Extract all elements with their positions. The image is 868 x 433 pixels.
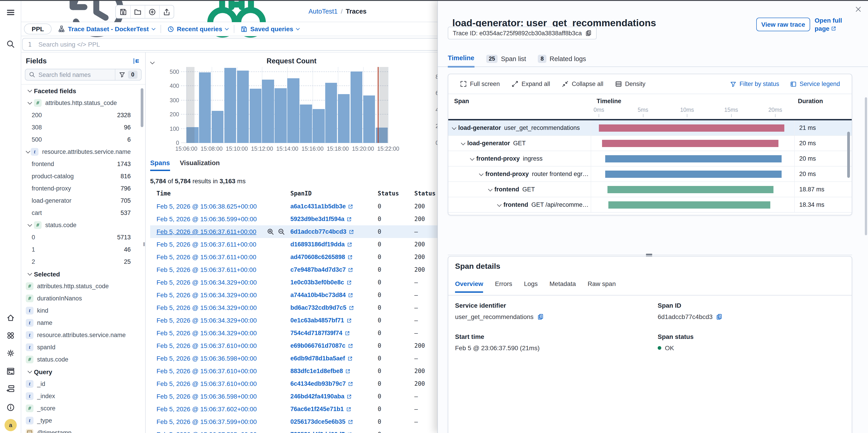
field-list-row[interactable]: 500 6 [21, 133, 145, 146]
external-link-icon[interactable] [347, 254, 353, 260]
chart-bar[interactable] [300, 104, 312, 143]
external-link-icon[interactable] [348, 381, 353, 386]
field-list-row[interactable]: frontend-proxy 796 [21, 182, 145, 194]
field-search-input[interactable]: Search field names [38, 71, 115, 78]
field-list-row[interactable]: t _id [21, 378, 145, 390]
breadcrumb-app[interactable]: AutoTest1 [308, 8, 338, 15]
span-id-link[interactable]: 723531d4f9dd66d7 [290, 431, 352, 433]
span-time-link[interactable]: Feb 5, 2026 @ 15:06:37.602+00:00 [156, 405, 257, 413]
span-details-tab[interactable]: Raw span [588, 280, 616, 293]
span-time-link[interactable]: Feb 5, 2026 @ 15:06:34.329+00:00 [156, 304, 257, 311]
field-list-row[interactable]: Faceted fields [21, 85, 145, 97]
span-details-tab[interactable]: Overview [455, 280, 483, 293]
span-table-row[interactable]: Feb 5, 2026 @ 15:06:34.329+00:00 0e1c63a… [150, 314, 471, 327]
span-duration-bar[interactable] [607, 186, 774, 193]
col-header-spanid[interactable]: SpanID [290, 190, 312, 197]
save-button[interactable] [116, 5, 130, 18]
chart-bar[interactable] [262, 80, 274, 143]
field-list-row[interactable]: 2 25 [21, 256, 145, 268]
span-table-row[interactable]: Feb 5, 2026 @ 15:06:34.329+00:00 754c4d7… [150, 327, 471, 339]
chart-bar[interactable] [287, 78, 299, 143]
span-duration-bar[interactable] [599, 124, 784, 132]
field-list-row[interactable]: 200 2328 [21, 109, 145, 121]
timeline-span-row[interactable]: frontend-proxyrouter frontend egr… 20 ms [448, 166, 852, 182]
dataset-selector[interactable]: Trace Dataset - DockerTest [58, 25, 154, 33]
field-list-row[interactable]: 308 96 [21, 121, 145, 133]
span-duration-bar[interactable] [605, 171, 781, 178]
field-list-row[interactable]: Query [21, 366, 145, 378]
span-time-link[interactable]: Feb 5, 2026 @ 15:06:34.329+00:00 [156, 279, 257, 286]
service-legend-button[interactable]: Service legend [790, 81, 840, 87]
timeline-span-row[interactable]: load-generatoruser_get_recommendations 2… [448, 120, 852, 136]
span-time-link[interactable]: Feb 5, 2026 @ 15:06:37.611+00:00 [156, 228, 256, 235]
zoom-in-icon[interactable] [267, 228, 274, 235]
chevron-down-icon[interactable] [452, 125, 456, 130]
span-table-row[interactable]: Feb 5, 2026 @ 15:06:34.329+00:00 bd6ac73… [150, 301, 471, 314]
span-table-row[interactable]: Feb 5, 2026 @ 15:06:37.610+00:00 e69b066… [150, 339, 471, 352]
field-list-row[interactable]: t kind [21, 305, 145, 317]
field-list-row[interactable]: t resource.attributes.service.name [21, 146, 145, 158]
copy-icon[interactable] [716, 314, 722, 320]
view-raw-trace-button[interactable]: View raw trace [756, 18, 810, 31]
chevron-down-icon[interactable] [461, 141, 465, 145]
results-tab[interactable]: Visualization [180, 159, 220, 171]
chevron-down-icon[interactable] [479, 172, 484, 176]
span-table-row[interactable]: Feb 5, 2026 @ 15:06:37.611+00:00 d168931… [150, 238, 471, 251]
field-list-row[interactable]: 1 46 [21, 243, 145, 256]
span-table-row[interactable]: Feb 5, 2026 @ 15:06:36.598+00:00 e6db9d7… [150, 352, 471, 365]
share-button[interactable] [159, 5, 174, 18]
span-table-row[interactable]: Feb 5, 2026 @ 15:06:37.611+00:00 c7e9487… [150, 263, 471, 276]
chart-bar[interactable] [212, 111, 224, 143]
external-link-icon[interactable] [348, 292, 353, 298]
external-link-icon[interactable] [349, 229, 354, 235]
span-id-link[interactable]: e6db9d78d1ba5aef [290, 355, 353, 362]
timeline-scrollbar[interactable] [847, 132, 850, 178]
field-list-row[interactable]: # status.code [21, 219, 145, 231]
field-list-row[interactable]: frontend 1743 [21, 158, 145, 170]
span-id-link[interactable]: 5923d9be3d1f594a [290, 216, 352, 222]
span-table-row[interactable]: Feb 5, 2026 @ 15:06:37.599+00:00 0256173… [150, 415, 471, 428]
ppl-query-input[interactable]: 1 Search using </> PPL [22, 38, 443, 51]
add-panel-icon[interactable] [6, 384, 15, 393]
flyout-scrollbar[interactable] [865, 97, 867, 235]
span-time-link[interactable]: Feb 5, 2026 @ 15:06:37.610+00:00 [156, 342, 257, 349]
panel-resize-handle[interactable]: ‖ [143, 240, 148, 249]
sidebar-scrollbar[interactable] [141, 88, 144, 127]
span-table-row[interactable]: Feb 5, 2026 @ 15:06:37.595+00:00 723531d… [150, 428, 471, 433]
timeline-span-row[interactable]: frontendGET 18.87 ms [448, 182, 852, 197]
field-list-row[interactable]: t _type [21, 414, 145, 427]
field-list-row[interactable]: # durationInNanos [21, 292, 145, 305]
span-id-link[interactable]: 6c4134edb93b79c7 [290, 380, 353, 387]
span-table-row[interactable]: Feb 5, 2026 @ 15:06:37.602+00:00 76ac6e1… [150, 403, 471, 415]
field-list-row[interactable]: t spanId [21, 341, 145, 353]
span-time-link[interactable]: Feb 5, 2026 @ 15:06:37.610+00:00 [156, 380, 257, 387]
external-link-icon[interactable] [346, 280, 352, 285]
chevron-down-icon[interactable] [488, 187, 493, 191]
open-full-page-link[interactable]: Open full page [815, 16, 851, 33]
field-list-row[interactable]: # status.code [21, 353, 145, 366]
span-time-link[interactable]: Feb 5, 2026 @ 15:06:37.611+00:00 [156, 241, 256, 248]
span-time-link[interactable]: Feb 5, 2026 @ 15:06:37.599+00:00 [156, 418, 257, 425]
span-id-link[interactable]: 76ac6e1f245e71b1 [290, 406, 351, 412]
timeline-span-row[interactable]: frontendGET /api/recomme… 18.34 ms [448, 197, 852, 213]
external-link-icon[interactable] [346, 318, 352, 323]
span-id-link[interactable]: 0256173dce5e6b35 [290, 418, 353, 425]
filter-funnel-icon[interactable] [119, 71, 125, 78]
collapse-all-button[interactable]: Collapse all [562, 81, 603, 87]
span-time-link[interactable]: Feb 5, 2026 @ 15:06:37.610+00:00 [156, 367, 257, 375]
span-time-link[interactable]: Feb 5, 2026 @ 15:06:36.598+00:00 [156, 393, 257, 400]
span-id-link[interactable]: ad470608c6265898 [290, 254, 353, 260]
field-list-row[interactable]: Selected [21, 268, 145, 280]
filter-by-status-button[interactable]: Filter by status [730, 81, 779, 87]
zoom-out-icon[interactable] [278, 228, 285, 235]
span-id-link[interactable]: c7e9487ba4d7d3c7 [290, 266, 353, 273]
open-folder-button[interactable] [130, 5, 145, 18]
search-icon[interactable] [6, 40, 15, 49]
span-id-link[interactable]: 1e0c03b3ef0b0e8c [290, 279, 352, 286]
apps-icon[interactable] [6, 331, 15, 340]
span-details-tab[interactable]: Errors [495, 280, 512, 293]
external-link-icon[interactable] [348, 419, 353, 424]
span-table-row[interactable]: Feb 5, 2026 @ 15:06:37.610+00:00 883dfc1… [150, 365, 471, 377]
span-id-link[interactable]: a744a10b4bc73d84 [290, 291, 353, 299]
field-list-row[interactable]: @timestamp [21, 427, 145, 433]
